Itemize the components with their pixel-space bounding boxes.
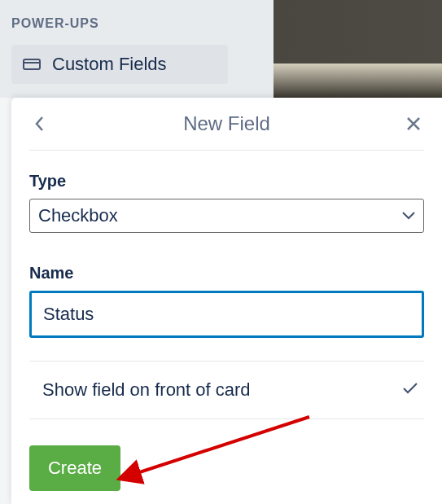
name-input[interactable] — [29, 291, 424, 338]
name-label: Name — [29, 264, 424, 283]
svg-rect-0 — [24, 59, 40, 69]
check-icon — [401, 381, 424, 399]
show-on-front-label: Show field on front of card — [29, 379, 251, 401]
type-select[interactable]: Checkbox — [29, 199, 424, 233]
sidebar-item-label: Custom Fields — [52, 54, 167, 75]
type-select-value: Checkbox — [38, 205, 118, 226]
sidebar-item-custom-fields[interactable]: Custom Fields — [11, 45, 228, 84]
close-button[interactable] — [403, 113, 424, 134]
board-bg-bottom — [274, 64, 442, 98]
back-button[interactable] — [29, 113, 50, 134]
powerups-heading: POWER-UPS — [11, 16, 99, 31]
type-label: Type — [29, 172, 424, 191]
card-icon — [23, 54, 41, 75]
modal-header: New Field — [29, 112, 424, 151]
board-bg-top — [274, 0, 442, 64]
modal-title: New Field — [183, 112, 270, 135]
show-on-front-toggle[interactable]: Show field on front of card — [29, 361, 424, 419]
new-field-modal: New Field Type Checkbox Name Show field … — [11, 98, 442, 504]
create-button[interactable]: Create — [29, 445, 120, 491]
